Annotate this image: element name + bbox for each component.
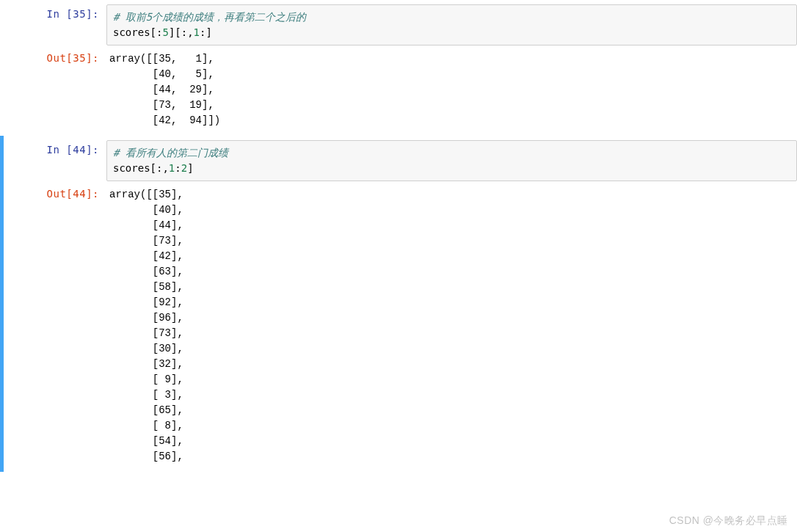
out-prompt: Out[35]: <box>4 48 106 64</box>
code-line: scores[:,1:2] <box>113 162 194 174</box>
output-text: array([[35, 1], [40, 5], [44, 29], [73, … <box>106 48 797 131</box>
notebook-cell-35: In [35]: # 取前5个成绩的成绩，再看第二个之后的 scores[:5]… <box>0 0 797 136</box>
input-row: In [35]: # 取前5个成绩的成绩，再看第二个之后的 scores[:5]… <box>4 3 797 47</box>
output-text: array([[35], [40], [44], [73], [42], [63… <box>106 184 797 467</box>
input-row: In [44]: # 看所有人的第二门成绩 scores[:,1:2] <box>4 139 797 183</box>
code-input[interactable]: # 看所有人的第二门成绩 scores[:,1:2] <box>106 140 797 181</box>
in-prompt: In [44]: <box>4 140 106 156</box>
notebook-cell-44: In [44]: # 看所有人的第二门成绩 scores[:,1:2] Out[… <box>0 136 797 472</box>
out-prompt: Out[44]: <box>4 184 106 200</box>
in-prompt: In [35]: <box>4 4 106 20</box>
code-comment: # 取前5个成绩的成绩，再看第二个之后的 <box>113 11 306 23</box>
code-line: scores[:5][:,1:] <box>113 26 212 38</box>
output-row: Out[44]: array([[35], [40], [44], [73], … <box>4 183 797 469</box>
code-comment: # 看所有人的第二门成绩 <box>113 147 228 158</box>
code-input[interactable]: # 取前5个成绩的成绩，再看第二个之后的 scores[:5][:,1:] <box>106 4 797 45</box>
output-row: Out[35]: array([[35, 1], [40, 5], [44, 2… <box>4 47 797 133</box>
